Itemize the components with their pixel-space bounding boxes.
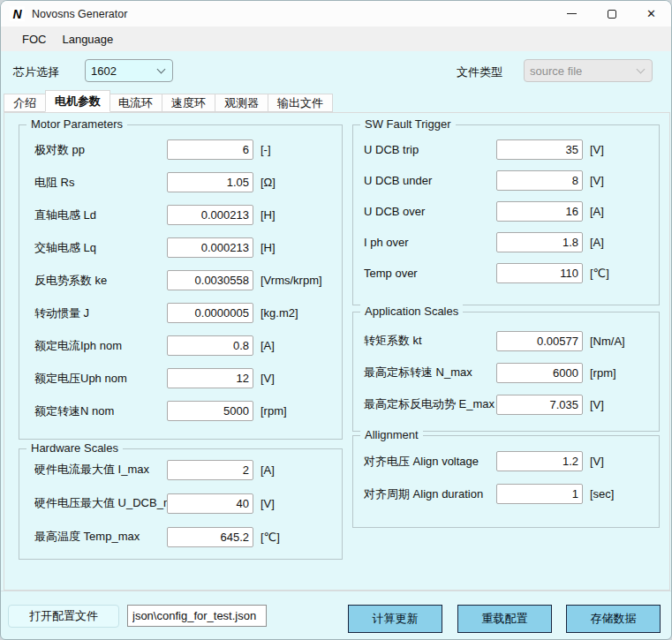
window-controls: ✕: [552, 1, 671, 26]
param-row: 极对数 pp[-]: [34, 133, 333, 166]
minimize-button[interactable]: [552, 1, 592, 26]
chevron-down-icon: [637, 65, 646, 74]
tab-speed-loop[interactable]: 速度环: [162, 94, 215, 112]
tab-observer[interactable]: 观测器: [215, 94, 268, 112]
maximize-icon: [608, 10, 616, 19]
param-input[interactable]: [167, 205, 253, 225]
param-input[interactable]: [496, 395, 583, 415]
param-input[interactable]: [167, 303, 253, 323]
param-input[interactable]: [496, 232, 583, 252]
tab-motor-params[interactable]: 电机参数: [45, 90, 110, 112]
window-title: Novosns Generator: [32, 8, 127, 20]
param-row: 交轴电感 Lq[H]: [34, 231, 333, 264]
maximize-button[interactable]: [592, 1, 631, 26]
param-input[interactable]: [167, 493, 253, 514]
param-label: U DCB under: [364, 174, 496, 187]
param-input[interactable]: [496, 139, 583, 160]
param-row: Temp over[℃]: [364, 258, 650, 289]
config-path-field[interactable]: [127, 605, 267, 627]
param-row: 转矩系数 kt[Nm/A]: [364, 325, 650, 357]
param-input[interactable]: [167, 368, 253, 388]
param-input[interactable]: [496, 170, 583, 191]
param-unit: [V]: [260, 372, 333, 385]
param-unit: [℃]: [590, 267, 650, 280]
param-unit: [kg.m2]: [260, 306, 333, 320]
param-label: 额定电压Uph nom: [34, 371, 167, 387]
group-hardware-scales: Hardware Scales 硬件电流最大值 I_max[A]硬件电压最大值 …: [19, 448, 343, 560]
minimize-icon: [567, 13, 577, 14]
chip-select-combobox[interactable]: 1602: [85, 59, 173, 82]
group-title: Application Scales: [360, 305, 463, 318]
group-application-scales: Application Scales 转矩系数 kt[Nm/A]最高定标转速 N…: [352, 312, 660, 432]
param-label: 对齐周期 Align duration: [364, 486, 496, 502]
param-unit: [V]: [590, 455, 650, 468]
param-row: 硬件电压最大值 U_DCB_max[V]: [34, 486, 333, 520]
chevron-down-icon: [157, 65, 166, 74]
param-label: 最高温度 Temp_max: [34, 529, 167, 545]
param-input[interactable]: [167, 527, 253, 547]
param-unit: [℃]: [260, 531, 333, 544]
param-label: Temp over: [364, 267, 496, 280]
reload-config-button[interactable]: 重载配置: [457, 605, 552, 633]
save-data-button[interactable]: 存储数据: [566, 605, 661, 633]
param-input[interactable]: [496, 484, 583, 504]
open-config-button[interactable]: 打开配置文件: [8, 605, 119, 628]
param-label: 极对数 pp: [34, 142, 167, 158]
param-unit: [H]: [260, 241, 333, 254]
param-row: 最高定标反电动势 E_max[V]: [364, 388, 650, 420]
param-input[interactable]: [496, 263, 583, 283]
param-input[interactable]: [167, 237, 253, 258]
tab-output-files[interactable]: 输出文件: [268, 94, 333, 112]
param-unit: [A]: [590, 205, 650, 218]
menu-item-foc[interactable]: FOC: [14, 30, 54, 49]
chip-select-value: 1602: [91, 64, 153, 78]
param-input[interactable]: [167, 401, 253, 421]
group-motor-parameters: Motor Parameters 极对数 pp[-]电阻 Rs[Ω]直轴电感 L…: [19, 124, 343, 440]
param-input[interactable]: [167, 335, 253, 356]
param-input[interactable]: [496, 363, 583, 383]
param-input[interactable]: [167, 270, 253, 290]
menu-bar: FOC Language: [1, 27, 671, 51]
param-label: 硬件电压最大值 U_DCB_max: [34, 495, 167, 511]
file-type-combobox[interactable]: source file: [524, 59, 653, 82]
param-input[interactable]: [496, 451, 583, 471]
param-unit: [Ω]: [260, 176, 333, 189]
calc-update-button[interactable]: 计算更新: [348, 605, 442, 633]
param-input[interactable]: [167, 172, 253, 192]
param-unit: [V]: [590, 143, 650, 156]
app-window: N Novosns Generator ✕ FOC Language 芯片选择 …: [0, 0, 672, 640]
tab-current-loop[interactable]: 电流环: [109, 94, 162, 112]
param-unit: [V]: [260, 497, 333, 510]
param-input[interactable]: [496, 201, 583, 222]
menu-item-language[interactable]: Language: [54, 30, 121, 49]
param-input[interactable]: [167, 139, 253, 160]
tab-strip: 介绍电机参数电流环速度环观测器输出文件: [4, 90, 333, 112]
group-title: Motor Parameters: [26, 117, 127, 131]
param-label: 交轴电感 Lq: [34, 240, 167, 256]
group-alignment: Allignment 对齐电压 Align voltage[V]对齐周期 Ali…: [352, 435, 660, 528]
param-row: U DCB trip[V]: [364, 134, 650, 165]
tab-intro[interactable]: 介绍: [4, 94, 46, 112]
param-unit: [-]: [260, 143, 333, 156]
param-unit: [V]: [590, 398, 650, 411]
file-type-value: source file: [530, 64, 632, 78]
app-logo-icon: N: [10, 6, 25, 21]
close-button[interactable]: ✕: [631, 1, 671, 26]
close-icon: ✕: [646, 7, 656, 20]
param-label: 硬件电流最大值 I_max: [34, 462, 167, 478]
param-unit: [Nm/A]: [590, 335, 650, 348]
file-type-label: 文件类型: [457, 64, 502, 80]
param-unit: [V]: [590, 174, 650, 187]
param-row: 额定电压Uph nom[V]: [34, 362, 333, 395]
param-label: I ph over: [364, 236, 496, 249]
param-row: U DCB under[V]: [364, 165, 650, 196]
chip-select-label: 芯片选择: [13, 64, 59, 80]
param-input[interactable]: [167, 460, 253, 480]
title-bar: N Novosns Generator ✕: [1, 1, 671, 27]
param-row: U DCB over[A]: [364, 196, 650, 227]
param-label: 最高定标反电动势 E_max: [364, 396, 496, 412]
param-label: 电阻 Rs: [34, 175, 167, 191]
param-input[interactable]: [496, 331, 583, 351]
param-row: 对齐周期 Align duration[sec]: [364, 478, 650, 510]
param-label: 额定转速N nom: [34, 403, 167, 419]
